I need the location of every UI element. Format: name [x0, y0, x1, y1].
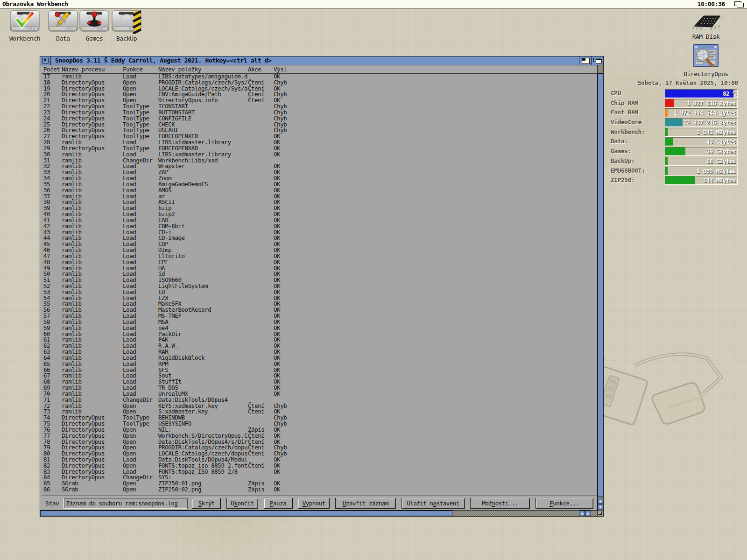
button-ulo-it-nastaven[interactable]: Uložit nastavení — [402, 498, 465, 509]
window-titlebar[interactable]: SnoopDos 3.11 Š Eddy Carroll, August 202… — [40, 56, 603, 65]
table-cell — [248, 169, 274, 175]
table-cell: CD-Image — [158, 235, 248, 241]
table-cell — [248, 163, 274, 169]
button-skr-t[interactable]: Skrýt — [192, 498, 221, 509]
table-cell — [248, 211, 274, 217]
table-cell — [248, 158, 274, 164]
vertical-scroll-thumb[interactable] — [598, 73, 603, 497]
table-cell: USESYSINFO — [158, 421, 248, 427]
meter-label: VideoCore — [611, 119, 641, 126]
scroll-down-arrow[interactable]: ▼ — [598, 504, 603, 510]
meter-fill — [665, 167, 668, 175]
desktop-icon-directoryopus[interactable]: DirectoryOpus — [682, 43, 730, 77]
table-cell: PackDir — [158, 331, 248, 337]
table-cell: OK — [274, 337, 597, 343]
event-list: 17ramlibLoadLIBS:datatypes/amigaguide.dO… — [42, 74, 597, 496]
table-cell — [248, 205, 274, 211]
table-cell: OK — [274, 146, 597, 152]
table-cell: OK — [274, 409, 597, 415]
horizontal-scrollbar[interactable]: ◀ ▶ — [40, 510, 597, 516]
sysinfo-date: Sobota, 17 Květen 2025, 10:00 — [606, 79, 740, 86]
table-cell: OK — [274, 224, 597, 230]
table-cell: LightFileSystem — [158, 283, 248, 289]
table-cell — [248, 289, 274, 295]
table-cell: Chyb — [274, 104, 597, 110]
button-pauza[interactable]: Pauza — [264, 498, 293, 509]
button-ukon-it[interactable]: Ukončit — [226, 498, 258, 509]
meter-bar: 39 GBytes — [665, 147, 738, 156]
table-cell — [274, 397, 597, 403]
meter-bar: 48 GBytes — [665, 137, 738, 146]
table-cell: Chyb — [274, 451, 597, 457]
table-cell: OK — [274, 199, 597, 205]
meter-label: Workbench: — [611, 128, 645, 135]
meter-bar: 1 009 MBytes — [665, 167, 738, 175]
button-vypnout[interactable]: Vypnout — [298, 498, 330, 509]
table-cell: Chyb — [274, 80, 597, 86]
icon-label: RAM Disk — [683, 33, 729, 40]
depth-front-rect — [737, 3, 744, 7]
vertical-scrollbar[interactable]: ▲ ▼ — [597, 65, 603, 510]
window-depth-gadget[interactable] — [591, 56, 603, 65]
wallpaper-computer-drawing — [599, 321, 747, 456]
table-cell — [248, 277, 274, 283]
table-cell: OK — [274, 487, 597, 493]
table-cell: Wrapster — [158, 163, 248, 169]
button-mo-nosti[interactable]: Možnosti... — [470, 498, 530, 509]
table-cell: CBM-8bit — [158, 224, 248, 230]
table-cell — [248, 241, 274, 247]
meter-bar: 68 GBytes — [665, 157, 738, 166]
meter-fill — [665, 176, 695, 184]
meter-fill — [665, 119, 683, 126]
table-cell — [248, 361, 274, 367]
horizontal-scroll-thumb[interactable] — [40, 511, 452, 516]
meter-fill — [665, 138, 673, 146]
scroll-left-arrow[interactable]: ◀ — [579, 511, 585, 516]
table-cell — [248, 313, 274, 319]
button-uzav-t-z-znam[interactable]: Uzavřít záznam — [335, 498, 396, 509]
meter-value: 1 927 616 Bytes — [687, 100, 736, 107]
scroll-up-arrow[interactable]: ▲ — [598, 498, 603, 504]
meter-bar: 144 MBytes — [665, 176, 738, 185]
table-cell: OK — [274, 140, 597, 146]
table-cell: OK — [274, 301, 597, 307]
meter-value: 3 543 MBytes — [697, 129, 736, 136]
table-cell — [248, 230, 274, 236]
table-cell: OK — [274, 205, 597, 211]
table-cell: bzip2 — [158, 211, 248, 217]
table-cell — [248, 385, 274, 391]
meter-value: 1 872 984 544 Bytes — [674, 109, 736, 116]
log-file-field[interactable]: Záznam do souboru ram:snoopdos.log — [63, 498, 187, 509]
table-cell — [248, 337, 274, 343]
desktop-icon-workbench[interactable]: Workbench — [7, 10, 43, 42]
close-gadget[interactable] — [40, 56, 51, 65]
table-cell: OK — [274, 343, 597, 349]
meter-label: EMU68BOOT: — [611, 167, 645, 174]
table-cell: SFS — [158, 367, 248, 373]
screen-titlebar[interactable]: Obrazovka Workbench 10:00:36 — [0, 0, 747, 8]
table-cell: OK — [274, 469, 597, 475]
meter-value: 12 937 216 Bytes — [684, 119, 736, 126]
ram-chip-icon — [688, 13, 724, 32]
table-cell: Chyb — [274, 127, 597, 133]
table-cell: ASCII — [158, 199, 248, 205]
button-row: SkrýtUkončitPauzaVypnoutUzavřít záznamUl… — [192, 498, 593, 509]
meter-row: EMU68BOOT: 1 009 MBytes — [606, 167, 740, 176]
desktop-icon-backup[interactable]: BackUp — [108, 10, 145, 42]
table-cell: OK — [274, 349, 597, 355]
scroll-right-arrow[interactable]: ▶ — [585, 511, 591, 516]
table-cell: SGrab — [62, 487, 123, 493]
table-cell — [248, 349, 274, 355]
table-cell — [248, 182, 274, 188]
meter-fill — [665, 128, 668, 136]
screen-depth-gadget[interactable] — [730, 0, 747, 8]
button-funkce[interactable]: Funkce... — [536, 498, 593, 509]
meter-fill — [665, 147, 685, 155]
resize-gadget[interactable] — [597, 510, 603, 516]
meter-label: Fast RAM — [611, 109, 638, 116]
zoom-gadget[interactable] — [579, 56, 591, 65]
table-cell: RPM — [158, 361, 248, 367]
disk-icon-games — [79, 10, 109, 34]
desktop-icon-ramdisk[interactable]: RAM Disk — [683, 13, 729, 40]
desktop-icon-games[interactable]: Games — [76, 10, 113, 42]
